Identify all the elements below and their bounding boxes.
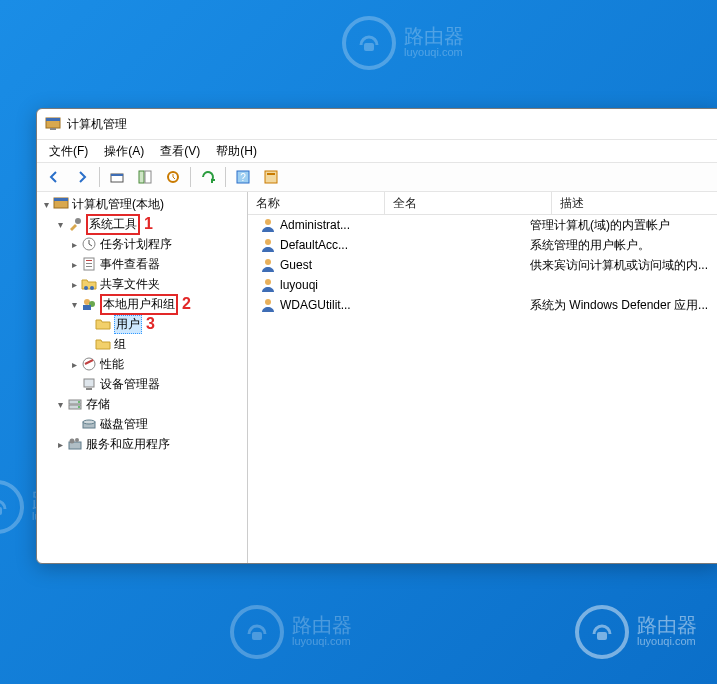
tree-shared-folders[interactable]: ▸ 共享文件夹	[37, 274, 247, 294]
svg-point-24	[84, 286, 88, 290]
menu-help[interactable]: 帮助(H)	[208, 141, 265, 162]
svg-rect-8	[111, 174, 123, 176]
svg-point-29	[83, 358, 95, 370]
column-headers: 名称 全名 描述	[248, 192, 717, 215]
refresh-button[interactable]	[195, 164, 221, 190]
svg-rect-17	[54, 198, 68, 201]
tree-users[interactable]: 用户 3	[37, 314, 247, 334]
tools-icon	[67, 216, 83, 232]
expand-icon[interactable]: ▸	[67, 259, 81, 270]
svg-point-43	[265, 259, 271, 265]
user-name: WDAGUtilit...	[280, 298, 380, 312]
user-name: Guest	[280, 258, 380, 272]
details-pane: 名称 全名 描述 Administrat...管理计算机(域)的内置帐户Defa…	[248, 192, 717, 563]
collapse-icon[interactable]: ▾	[39, 199, 53, 210]
svg-rect-10	[145, 171, 151, 183]
svg-rect-22	[86, 263, 92, 264]
tree-task-scheduler[interactable]: ▸ 任务计划程序	[37, 234, 247, 254]
app-icon	[45, 116, 61, 132]
svg-rect-2	[252, 632, 262, 640]
watermark: 路由器luyouqi.com	[230, 605, 352, 659]
watermark: 路由器luyouqi.com	[342, 16, 464, 70]
collapse-icon[interactable]: ▾	[53, 219, 67, 230]
up-button[interactable]	[104, 164, 130, 190]
expand-icon[interactable]: ▸	[67, 239, 81, 250]
svg-point-25	[90, 286, 94, 290]
svg-point-45	[265, 299, 271, 305]
col-description[interactable]: 描述	[552, 192, 717, 214]
svg-point-34	[78, 401, 80, 403]
user-row[interactable]: Guest供来宾访问计算机或访问域的内...	[248, 255, 717, 275]
tree-storage[interactable]: ▾ 存储	[37, 394, 247, 414]
col-fullname[interactable]: 全名	[385, 192, 552, 214]
collapse-icon[interactable]: ▾	[53, 399, 67, 410]
disk-icon	[81, 416, 97, 432]
svg-point-39	[70, 439, 75, 444]
menu-file[interactable]: 文件(F)	[41, 141, 96, 162]
tree-root[interactable]: ▾ 计算机管理(本地)	[37, 194, 247, 214]
expand-icon[interactable]: ▸	[53, 439, 67, 450]
svg-rect-21	[86, 260, 92, 261]
svg-rect-5	[46, 118, 60, 121]
user-desc: 系统为 Windows Defender 应用...	[530, 297, 717, 314]
expand-icon[interactable]: ▸	[67, 359, 81, 370]
help-button[interactable]: ?	[230, 164, 256, 190]
window-title: 计算机管理	[67, 116, 127, 133]
svg-rect-31	[86, 388, 92, 390]
back-button[interactable]	[41, 164, 67, 190]
tree-groups[interactable]: 组	[37, 334, 247, 354]
users-groups-icon	[81, 296, 97, 312]
user-row[interactable]: DefaultAcc...系统管理的用户帐户。	[248, 235, 717, 255]
user-desc: 管理计算机(域)的内置帐户	[530, 217, 717, 234]
svg-rect-30	[84, 379, 94, 387]
user-name: Administrat...	[280, 218, 380, 232]
tree-event-viewer[interactable]: ▸ 事件查看器	[37, 254, 247, 274]
user-row[interactable]: luyouqi	[248, 275, 717, 295]
navigation-tree[interactable]: ▾ 计算机管理(本地) ▾ 系统工具 1	[37, 192, 248, 563]
svg-point-37	[83, 420, 95, 424]
storage-icon	[67, 396, 83, 412]
col-name[interactable]: 名称	[248, 192, 385, 214]
svg-point-40	[75, 438, 79, 442]
properties-button[interactable]	[258, 164, 284, 190]
toolbar-separator	[225, 167, 226, 187]
title-bar[interactable]: 计算机管理	[37, 109, 717, 139]
show-hide-tree-button[interactable]	[132, 164, 158, 190]
computer-management-window: 计算机管理 文件(F) 操作(A) 查看(V) 帮助(H) ? ▾ 计算机	[36, 108, 717, 564]
svg-rect-14	[265, 171, 277, 183]
collapse-icon[interactable]: ▾	[67, 299, 81, 310]
shared-folder-icon	[81, 276, 97, 292]
event-log-icon	[81, 256, 97, 272]
annotation-3: 3	[146, 315, 155, 333]
svg-point-42	[265, 239, 271, 245]
tree-disk-management[interactable]: 磁盘管理	[37, 414, 247, 434]
tree-system-tools[interactable]: ▾ 系统工具 1	[37, 214, 247, 234]
tree-services-apps[interactable]: ▸ 服务和应用程序	[37, 434, 247, 454]
user-row[interactable]: WDAGUtilit...系统为 Windows Defender 应用...	[248, 295, 717, 315]
svg-point-18	[75, 218, 81, 224]
expand-icon[interactable]: ▸	[67, 279, 81, 290]
tree-performance[interactable]: ▸ 性能	[37, 354, 247, 374]
menu-view[interactable]: 查看(V)	[152, 141, 208, 162]
menu-action[interactable]: 操作(A)	[96, 141, 152, 162]
folder-icon	[95, 316, 111, 332]
svg-rect-28	[83, 305, 91, 310]
export-list-button[interactable]	[160, 164, 186, 190]
device-icon	[81, 376, 97, 392]
user-desc: 系统管理的用户帐户。	[530, 237, 717, 254]
forward-button[interactable]	[69, 164, 95, 190]
tree-device-manager[interactable]: 设备管理器	[37, 374, 247, 394]
user-row[interactable]: Administrat...管理计算机(域)的内置帐户	[248, 215, 717, 235]
svg-rect-1	[0, 507, 2, 515]
svg-rect-3	[597, 632, 607, 640]
folder-icon	[95, 336, 111, 352]
tree-local-users-groups[interactable]: ▾ 本地用户和组 2	[37, 294, 247, 314]
svg-point-35	[78, 406, 80, 408]
services-icon	[67, 436, 83, 452]
annotation-2: 2	[182, 295, 191, 313]
performance-icon	[81, 356, 97, 372]
toolbar-separator	[99, 167, 100, 187]
annotation-1: 1	[144, 215, 153, 233]
user-list[interactable]: Administrat...管理计算机(域)的内置帐户DefaultAcc...…	[248, 215, 717, 563]
clock-icon	[81, 236, 97, 252]
